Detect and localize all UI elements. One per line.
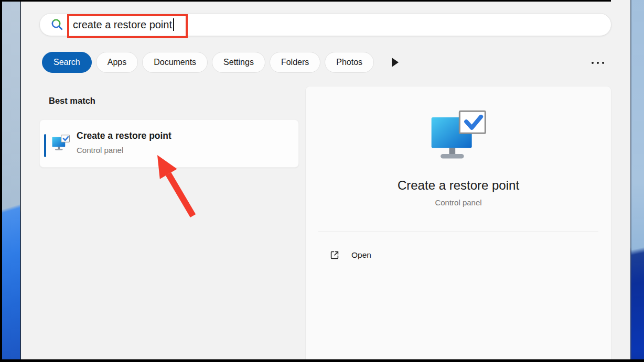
preview-subtitle: Control panel [306,198,611,207]
open-action[interactable]: Open [306,244,611,267]
filter-tab-photos[interactable]: Photos [325,52,374,73]
windows-search-overlay: create a restore point Search Apps Docum… [0,0,644,362]
system-restore-icon-large [429,110,488,161]
desktop-wallpaper-right [630,0,644,362]
search-flyout: create a restore point Search Apps Docum… [21,0,630,359]
screen-border-left [0,0,2,362]
filter-tab-documents[interactable]: Documents [142,52,208,73]
search-input[interactable]: create a restore point [39,13,611,36]
external-link-icon [329,249,340,261]
more-filters-icon[interactable] [392,58,399,67]
preview-pane: Create a restore point Control panel Ope… [306,86,611,359]
section-title: Best match [49,96,95,106]
open-label: Open [351,250,371,260]
desktop-wallpaper-left [2,0,21,362]
filter-tab-search[interactable]: Search [42,52,92,73]
filter-tab-folders[interactable]: Folders [270,52,320,73]
filter-tab-settings[interactable]: Settings [212,52,265,73]
search-query-text[interactable]: create a restore point [73,19,172,31]
screen-border-top [0,0,611,2]
options-ellipsis-button[interactable] [589,56,607,70]
text-cursor [173,18,174,31]
result-subtitle: Control panel [77,146,123,155]
ellipsis-dot [602,62,604,64]
system-restore-icon [51,135,70,151]
search-icon [50,18,64,31]
filter-tabs: Search Apps Documents Settings Folders P… [42,52,399,73]
ellipsis-dot [597,62,599,64]
result-title: Create a restore point [77,130,171,141]
divider [318,232,598,232]
selection-indicator [44,134,46,157]
ellipsis-dot [592,62,594,64]
screen-border-bottom [0,359,644,362]
filter-tab-apps[interactable]: Apps [96,52,138,73]
best-match-result[interactable]: Create a restore point Control panel [39,119,299,168]
preview-title: Create a restore point [306,178,611,193]
